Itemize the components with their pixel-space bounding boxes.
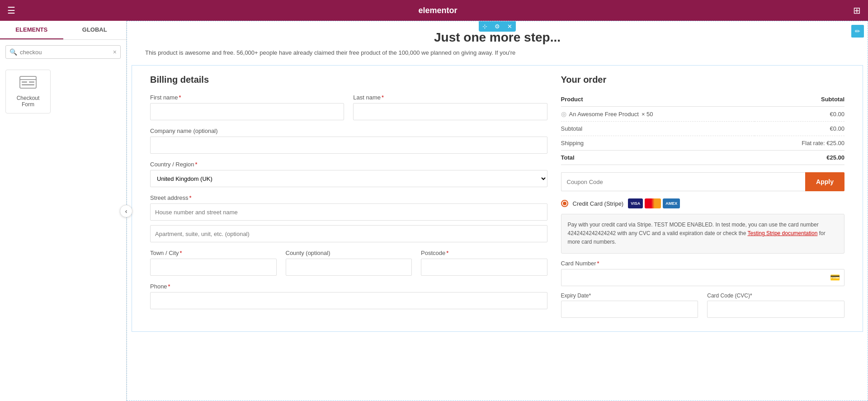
hamburger-icon[interactable]: ☰	[7, 5, 15, 16]
apt-input[interactable]	[150, 225, 547, 242]
svg-rect-4	[29, 81, 34, 83]
street-input[interactable]	[150, 203, 547, 221]
billing-section: Billing details First name* Last name*	[150, 75, 547, 318]
main-content: ⊹ ⚙ ✕ Just one more step... This product…	[127, 21, 868, 401]
county-group: County (optional)	[286, 250, 412, 276]
search-icon: 🔍	[9, 48, 17, 56]
tab-elements[interactable]: ELEMENTS	[0, 21, 63, 39]
subtotal-label: Subtotal	[561, 122, 755, 136]
card-number-input[interactable]	[561, 269, 845, 286]
apply-button[interactable]: Apply	[805, 172, 844, 191]
search-input[interactable]	[20, 49, 113, 56]
product-price: €0.00	[755, 107, 844, 122]
county-input[interactable]	[286, 259, 412, 276]
country-group: Country / Region* United Kingdom (UK)	[150, 161, 547, 187]
first-name-group: First name*	[150, 94, 344, 120]
expiry-group: Expiry Date*	[561, 292, 698, 318]
checkout-form-icon	[19, 75, 37, 92]
cvc-label: Card Code (CVC)*	[707, 292, 844, 299]
main-layout: ELEMENTS GLOBAL 🔍 × Checkout Form	[0, 21, 868, 401]
section-close-icon[interactable]: ✕	[504, 21, 516, 32]
clear-icon[interactable]: ×	[113, 48, 117, 56]
expiry-cvc-row: Expiry Date* Card Code (CVC)*	[561, 292, 845, 318]
order-table: Product Subtotal ◎ An Awesome Free Produ…	[561, 92, 845, 165]
sidebar-collapse-button[interactable]: ‹	[120, 205, 132, 217]
card-icon: 💳	[830, 273, 840, 283]
city-input[interactable]	[150, 259, 277, 276]
subtotal-row: Subtotal €0.00	[561, 122, 845, 136]
phone-input[interactable]	[150, 292, 547, 309]
sidebar: ELEMENTS GLOBAL 🔍 × Checkout Form	[0, 21, 127, 401]
card-logos: VISA AMEX	[628, 198, 680, 208]
company-label: Company name (optional)	[150, 127, 547, 134]
order-title: Your order	[561, 75, 845, 85]
tab-global[interactable]: GLOBAL	[63, 21, 127, 39]
product-qty: × 50	[642, 111, 653, 118]
payment-label: Credit Card (Stripe)	[573, 200, 624, 207]
billing-title: Billing details	[150, 75, 547, 85]
street-group: Street address*	[150, 194, 547, 242]
postcode-group: Postcode*	[421, 250, 547, 276]
name-row: First name* Last name*	[150, 94, 547, 120]
svg-rect-3	[22, 84, 34, 85]
order-section: Your order Product Subtotal	[561, 75, 845, 318]
country-label: Country / Region*	[150, 161, 547, 168]
app-title: elementor	[23, 6, 853, 15]
last-name-label: Last name*	[353, 94, 547, 101]
grid-icon[interactable]: ⊞	[853, 5, 861, 16]
product-name: An Awesome Free Product	[569, 111, 639, 118]
credit-card-radio[interactable]	[561, 200, 568, 207]
order-product-row: ◎ An Awesome Free Product × 50 €0.00	[561, 107, 845, 122]
subtotal-value: €0.00	[755, 122, 844, 136]
checkout-container: ✏ Billing details First name*	[132, 65, 863, 332]
top-bar: ☰ elementor ⊞	[0, 0, 868, 21]
expiry-label: Expiry Date*	[561, 292, 698, 299]
cvc-input[interactable]	[707, 301, 844, 318]
amex-logo: AMEX	[663, 198, 680, 208]
stripe-docs-link[interactable]: Testing Stripe documentation	[748, 230, 818, 236]
last-name-input[interactable]	[353, 103, 547, 120]
county-label: County (optional)	[286, 250, 412, 256]
total-value: €25.00	[755, 151, 844, 165]
cvc-group: Card Code (CVC)*	[707, 292, 844, 318]
sidebar-search-box: 🔍 ×	[5, 45, 121, 59]
postcode-label: Postcode*	[421, 250, 547, 256]
shipping-row: Shipping Flat rate: €25.00	[561, 136, 845, 151]
payment-method-row: Credit Card (Stripe) VISA AMEX	[561, 198, 845, 208]
coupon-input[interactable]	[561, 172, 806, 191]
phone-group: Phone*	[150, 283, 547, 309]
sidebar-tabs: ELEMENTS GLOBAL	[0, 21, 126, 40]
col-product: Product	[561, 92, 755, 107]
section-settings-icon[interactable]: ⚙	[491, 21, 504, 32]
col-subtotal: Subtotal	[755, 92, 844, 107]
total-row: Total €25.00	[561, 151, 845, 165]
company-group: Company name (optional)	[150, 127, 547, 154]
section-move-icon[interactable]: ⊹	[479, 21, 491, 32]
city-group: Town / City*	[150, 250, 277, 276]
element-card-checkout[interactable]: Checkout Form	[5, 70, 51, 113]
card-number-label: Card Number*	[561, 260, 845, 267]
edit-button[interactable]: ✏	[851, 25, 864, 38]
product-icon: ◎	[561, 110, 566, 118]
last-name-group: Last name*	[353, 94, 547, 120]
country-select[interactable]: United Kingdom (UK)	[150, 170, 547, 187]
shipping-value: Flat rate: €25.00	[755, 136, 844, 151]
element-card-label: Checkout Form	[9, 95, 47, 108]
expiry-input[interactable]	[561, 301, 698, 318]
section-toolbar: ⊹ ⚙ ✕	[479, 21, 516, 32]
postcode-input[interactable]	[421, 259, 547, 276]
svg-rect-2	[22, 81, 27, 83]
street-label: Street address*	[150, 194, 547, 201]
city-row: Town / City* County (optional) Postcode*	[150, 250, 547, 276]
collapse-icon: ‹	[125, 208, 127, 215]
phone-label: Phone*	[150, 283, 547, 290]
shipping-label: Shipping	[561, 136, 755, 151]
card-number-group: Card Number* 💳	[561, 260, 845, 286]
company-input[interactable]	[150, 137, 547, 154]
first-name-input[interactable]	[150, 103, 344, 120]
page-description: This product is awesome and free. 56,000…	[127, 49, 868, 65]
first-name-label: First name*	[150, 94, 344, 101]
stripe-info-box: Pay with your credit card via Stripe. TE…	[561, 214, 845, 254]
visa-logo: VISA	[628, 198, 643, 208]
sidebar-content: Checkout Form	[0, 64, 126, 401]
